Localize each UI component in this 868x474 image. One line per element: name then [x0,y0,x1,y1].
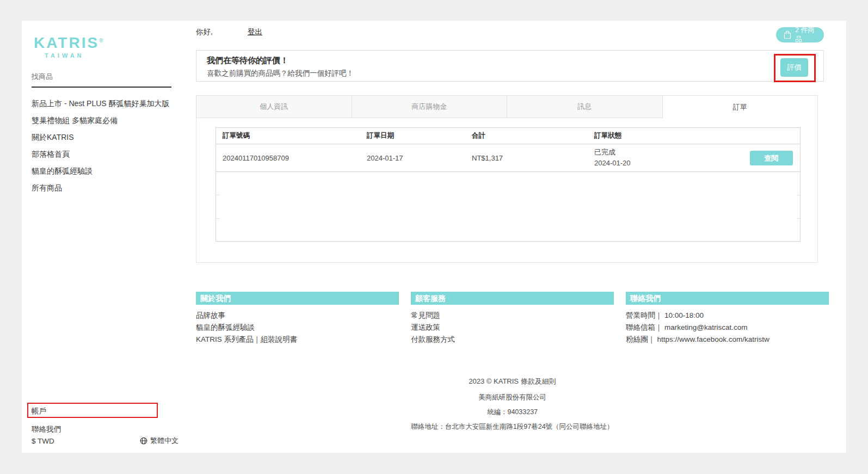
tab-orders[interactable]: 訂單 [663,96,818,118]
account-panel: 個人資訊 商店購物金 訊息 訂單 訂單號碼 訂單日期 合計 訂單狀態 20240… [196,95,818,263]
sidebar-item-cat-reviews[interactable]: 貓皇的酥弧經驗談 [32,163,178,180]
footer: 關於我們 品牌故事 貓皇的酥弧經驗談 KATRIS 系列產品｜組裝說明書 顧客服… [196,292,829,346]
copyright-terms-line[interactable]: 2023 © KATRIS 條款及細則 [196,377,829,386]
orders-table: 訂單號碼 訂單日期 合計 訂單狀態 20240117010958709 2024… [216,127,801,242]
cart-count-label: 2 件商品 [795,26,816,44]
footer-link-faq[interactable]: 常見問題 [411,310,614,322]
row-divider-mark [216,195,220,195]
orders-table-header: 訂單號碼 訂單日期 合計 訂單狀態 [216,128,800,144]
globe-icon [140,437,147,445]
annotation-box-review [774,54,816,82]
legal-block: 2023 © KATRIS 條款及細則 美商紙研股份有限公司 統編：940332… [196,377,829,437]
language-selector[interactable]: 繁體中文 [140,436,178,446]
footer-contact-email[interactable]: 聯絡信箱｜ marketing@katriscat.com [626,322,829,334]
view-order-button[interactable]: 查閱 [750,151,793,165]
footer-col-service: 顧客服務 常見問題 運送政策 付款服務方式 [411,292,614,346]
col-total: 合計 [465,131,588,140]
katris-logo[interactable]: KATRIS® TAIWAN [34,33,103,59]
order-number: 20240117010958709 [216,154,360,162]
search-input[interactable] [32,87,171,88]
footer-link-shipping-policy[interactable]: 運送政策 [411,322,614,334]
sidebar-item-about-katris[interactable]: 關於KATRIS [32,129,178,146]
col-status: 訂單狀態 [588,131,800,140]
tab-messages[interactable]: 訊息 [507,96,663,118]
footer-business-hours: 營業時間｜ 10:00-18:00 [626,310,829,322]
sidebar-item-gift-set[interactable]: 雙巢禮物組 多貓家庭必備 [32,112,178,129]
search-products-label: 找商品 [32,72,53,82]
row-divider-mark [796,195,800,195]
tab-store-credit[interactable]: 商店購物金 [352,96,508,118]
tab-profile[interactable]: 個人資訊 [196,96,352,118]
sidebar-item-account[interactable]: 帳戶 [32,407,46,416]
sidebar-nav: 新品上市 - Nest PLUS 酥弧貓好巢加大版 雙巢禮物組 多貓家庭必備 關… [32,95,178,196]
footer-about-title: 關於我們 [196,292,399,305]
currency-selector[interactable]: $ TWD [32,437,54,445]
footer-col-about: 關於我們 品牌故事 貓皇的酥弧經驗談 KATRIS 系列產品｜組裝說明書 [196,292,399,346]
footer-link-product-manuals[interactable]: KATRIS 系列產品｜組裝說明書 [196,334,399,346]
sidebar-item-blog[interactable]: 部落格首頁 [32,146,178,163]
main-content: 你好, 登出 2 件商品 我們在等待你的評價！ 喜歡之前購買的商品嗎？給我們一個… [196,21,824,453]
logout-link[interactable]: 登出 [248,27,262,37]
footer-contact-title: 聯絡我們 [626,292,829,305]
review-banner-title: 我們在等待你的評價！ [207,56,288,66]
registered-mark: ® [99,38,103,44]
footer-link-brand-story[interactable]: 品牌故事 [196,310,399,322]
col-order-date: 訂單日期 [360,131,465,140]
col-order-number: 訂單號碼 [216,131,360,140]
order-row: 20240117010958709 2024-01-17 NT$1,317 已完… [216,144,800,172]
page-card: KATRIS® TAIWAN 找商品 新品上市 - Nest PLUS 酥弧貓好… [22,21,846,453]
footer-link-payment-methods[interactable]: 付款服務方式 [411,334,614,346]
review-banner-subtitle: 喜歡之前購買的商品嗎？給我們一個好評吧！ [207,69,354,78]
shopping-bag-icon [784,30,791,39]
account-tabs: 個人資訊 商店購物金 訊息 訂單 [196,96,817,118]
footer-facebook-link[interactable]: 粉絲團｜ https://www.facebook.com/katristw [626,334,829,346]
company-name-line: 美商紙研股份有限公司 [196,393,829,402]
logo-wordmark: KATRIS® [34,33,103,51]
tax-id-line: 統編：94033237 [196,408,829,417]
logo-region-label: TAIWAN [45,52,103,59]
review-banner: 我們在等待你的評價！ 喜歡之前購買的商品嗎？給我們一個好評吧！ [196,50,824,82]
company-address-line: 聯絡地址：台北市大安區新生南路1段97巷24號（同公司聯絡地址） [196,422,829,432]
sidebar-item-new-arrival[interactable]: 新品上市 - Nest PLUS 酥弧貓好巢加大版 [32,95,178,112]
row-divider-mark [216,218,220,219]
sidebar-item-all-products[interactable]: 所有商品 [32,180,178,196]
cart-button[interactable]: 2 件商品 [776,27,824,42]
footer-col-contact: 聯絡我們 營業時間｜ 10:00-18:00 聯絡信箱｜ marketing@k… [626,292,829,346]
sidebar-item-contact[interactable]: 聯絡我們 [32,424,61,434]
order-total: NT$1,317 [465,154,588,162]
footer-service-title: 顧客服務 [411,292,614,305]
footer-link-cat-reviews[interactable]: 貓皇的酥弧經驗談 [196,322,399,334]
language-label: 繁體中文 [150,436,178,446]
order-date: 2024-01-17 [360,154,465,162]
greeting-text: 你好, [196,27,213,37]
annotation-box-account [27,403,158,418]
row-divider-mark [796,218,800,219]
